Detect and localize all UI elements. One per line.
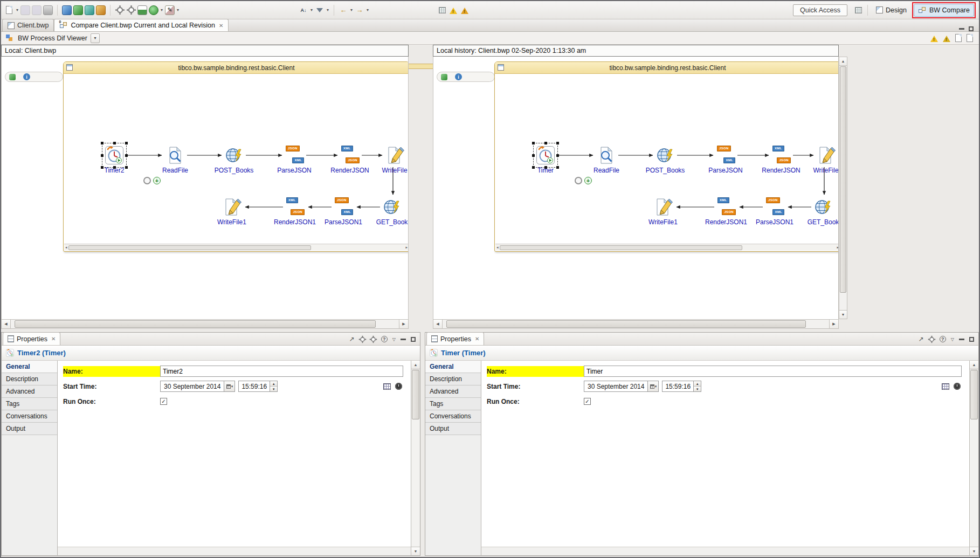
spin-up-icon[interactable]: ▲ [270,381,277,387]
module-property-icon[interactable] [383,383,391,390]
viewer-dropdown-button[interactable]: ▾ [91,33,100,43]
section-conversations[interactable]: Conversations [2,410,57,423]
scrollbar-thumb[interactable] [500,245,743,250]
forward-icon[interactable]: → [355,5,364,15]
minimize-icon[interactable] [959,28,964,30]
activity-node-readfile[interactable]: ReadFile [584,146,629,174]
activity-node-post-books[interactable]: POST_Books [643,146,688,174]
sort-dropdown-icon[interactable]: ▾ [310,8,313,12]
preferences-gear-icon[interactable] [115,5,125,15]
section-description[interactable]: Description [425,373,481,385]
scroll-left-icon[interactable]: ◂ [496,245,499,250]
maximize-icon[interactable] [969,26,974,31]
scroll-down-icon[interactable]: ▼ [839,310,847,319]
scroll-right-icon[interactable]: ▶ [829,320,838,328]
process-title-bar[interactable]: tibco.bw.sample.binding.rest.basic.Clien… [495,62,839,74]
activity-node-writefile[interactable]: WriteFile [803,146,839,174]
date-picker[interactable]: 30 September 2014 ▾ [584,381,659,392]
module-property-icon[interactable] [942,383,949,390]
section-output[interactable]: Output [2,423,57,435]
tab-client-bwp[interactable]: Client.bwp [2,19,54,31]
clock-icon[interactable] [954,383,961,390]
run-icon[interactable] [149,5,158,15]
spinner-buttons[interactable]: ▲▼ [693,381,701,391]
process-horizontal-scrollbar[interactable]: ◂ ▸ [64,244,409,251]
properties-vertical-scrollbar[interactable]: ▲ ▼ [969,361,978,555]
close-icon[interactable]: ✕ [475,336,479,342]
activity-node-post-books[interactable]: POST_Books [211,146,257,174]
calendar-dropdown-button[interactable]: ▾ [224,381,234,391]
tab-compare-revision[interactable]: 0 Compare Client.bwp Current and Local R… [54,19,229,31]
section-description[interactable]: Description [2,373,57,385]
perspective-grid-icon[interactable] [853,5,863,15]
close-icon[interactable]: ✕ [51,336,56,342]
section-conversations[interactable]: Conversations [425,410,481,423]
back-icon[interactable]: ← [339,5,348,15]
activity-node-timer[interactable]: Timer2 [92,146,137,174]
maximize-icon[interactable] [969,337,974,342]
scrollbar-track[interactable] [970,369,978,547]
scroll-right-icon[interactable]: ▸ [405,245,408,250]
close-icon[interactable]: ✕ [219,23,223,29]
copy-all-right-to-left-icon[interactable] [967,34,973,42]
add-decorator-icon[interactable]: + [153,177,161,184]
activity-node-renderjson1[interactable]: XMLJSON RenderJSON1 [703,197,749,226]
spin-down-icon[interactable]: ▼ [270,387,277,391]
scroll-up-icon[interactable]: ▲ [970,361,978,369]
process-canvas[interactable]: Timer2 ReadFile POST_Books JSONXML Parse… [64,74,409,245]
time-spinner[interactable]: 15:59:16 ▲▼ [662,381,701,392]
section-general[interactable]: General [425,361,481,373]
scrollbar-track[interactable] [411,369,420,547]
process-horizontal-scrollbar[interactable]: ◂ ▸ [495,244,839,251]
activity-node-get-book[interactable]: GET_Book [800,197,839,226]
sort-icon[interactable]: A↓ [299,5,308,15]
run-once-checkbox[interactable]: ✓ [584,398,591,405]
activity-node-parsejson1[interactable]: JSONXML ParseJSON1 [321,197,366,226]
help-icon[interactable]: ? [381,336,388,342]
spin-down-icon[interactable]: ▼ [694,387,701,391]
activity-node-renderjson[interactable]: XMLJSON RenderJSON [327,146,372,174]
properties-tab[interactable]: Properties ✕ [3,332,60,345]
coverage-chart-icon[interactable] [137,5,147,15]
new-process-icon[interactable] [85,5,94,15]
debug-dropdown-icon[interactable]: ▾ [177,8,179,12]
scrollbar-track[interactable] [839,66,847,310]
clock-icon[interactable] [395,383,402,390]
activity-node-writefile1[interactable]: WriteFile1 [640,197,686,226]
process-title-bar[interactable]: tibco.bw.sample.binding.rest.basic.Clien… [64,62,409,74]
problems-marker-icon[interactable] [460,5,470,15]
name-input[interactable] [160,366,403,377]
scroll-right-icon[interactable]: ▸ [837,245,839,250]
scroll-left-icon[interactable]: ◀ [433,320,443,328]
right-horizontal-scrollbar[interactable]: ◀ ▶ [433,319,839,329]
activity-node-writefile1[interactable]: WriteFile1 [209,197,254,226]
properties-vertical-scrollbar[interactable]: ▲ ▼ [411,361,420,555]
scroll-left-icon[interactable]: ◂ [65,245,67,250]
detach-view-icon[interactable]: ↗ [919,335,924,343]
maximize-icon[interactable] [411,337,416,342]
filter-dropdown-icon[interactable]: ▾ [327,8,329,12]
bw-compare-perspective-button[interactable]: BW Compare [914,4,974,17]
link-decorator-icon[interactable] [143,177,151,184]
scrollbar-thumb[interactable] [840,66,846,293]
run-once-checkbox[interactable]: ✓ [160,398,167,405]
back-dropdown-icon[interactable]: ▾ [350,8,353,12]
new-bw-module-icon[interactable] [73,5,83,15]
scroll-down-icon[interactable]: ▼ [411,547,420,555]
local-diagram-pane[interactable]: i tibco.bw.sample.binding.rest.basic.Cli… [1,57,409,319]
compare-vertical-scrollbar[interactable]: ▲ ▼ [839,57,847,319]
table-icon[interactable] [437,5,447,15]
history-diagram-pane[interactable]: i tibco.bw.sample.binding.rest.basic.Cli… [433,57,839,319]
copy-all-left-to-right-icon[interactable] [955,34,962,42]
time-spinner[interactable]: 15:59:16 ▲▼ [238,381,278,392]
pin-view-icon[interactable] [360,337,365,342]
external-tools-gear-icon[interactable] [126,5,136,15]
activity-node-readfile[interactable]: ReadFile [153,146,198,174]
forward-dropdown-icon[interactable]: ▾ [367,8,369,12]
debug-wand-icon[interactable]: ✎ [165,5,175,15]
process-canvas[interactable]: Timer ReadFile POST_Books JSONXML ParseJ… [495,74,839,245]
activity-node-timer[interactable]: Timer [523,146,568,174]
scroll-right-icon[interactable]: ▶ [399,320,408,328]
new-bw-application-icon[interactable] [62,5,72,15]
activity-node-parsejson[interactable]: JSONXML ParseJSON [703,146,748,174]
